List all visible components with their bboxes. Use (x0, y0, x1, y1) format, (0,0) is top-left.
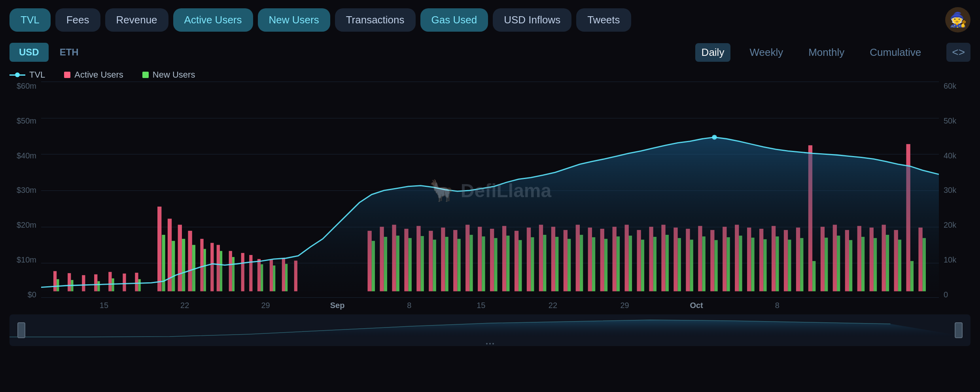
legend-tvl: TVL (9, 70, 45, 80)
legend-new-users-label: New Users (153, 70, 195, 80)
x-label-15b: 15 (477, 301, 485, 310)
nav-btn-tvl[interactable]: TVL (9, 8, 51, 32)
scroll-handle-left[interactable] (17, 322, 25, 338)
y-left-20m: $20m (17, 221, 36, 230)
top-nav: TVL Fees Revenue Active Users New Users … (0, 0, 980, 40)
y-right-20k: 20k (944, 221, 956, 230)
y-right-40k: 40k (944, 151, 956, 160)
code-button[interactable]: <> (946, 43, 971, 62)
y-right-0: 0 (944, 290, 948, 299)
x-label-29: 29 (261, 301, 270, 310)
legend-active-users-label: Active Users (74, 70, 123, 80)
x-label-oct: Oct (690, 301, 703, 310)
chart-inner: 🦙 DefiLlama (41, 82, 939, 299)
y-left-60m: $60m (17, 82, 36, 91)
legend-new-users: New Users (142, 70, 195, 80)
nav-btn-active-users[interactable]: Active Users (173, 8, 253, 32)
y-right-50k: 50k (944, 116, 956, 126)
y-right-10k: 10k (944, 255, 956, 265)
nav-btn-revenue[interactable]: Revenue (105, 8, 168, 32)
x-label-22b: 22 (549, 301, 557, 310)
x-label-sep: Sep (330, 301, 345, 310)
y-right-30k: 30k (944, 186, 956, 195)
x-label-22: 22 (180, 301, 189, 310)
timeframe-weekly[interactable]: Weekly (743, 43, 789, 62)
scrollbar-area[interactable] (9, 314, 971, 346)
timeframe-monthly[interactable]: Monthly (802, 43, 851, 62)
y-left-0: $0 (28, 290, 36, 299)
y-left-50m: $50m (17, 116, 36, 126)
nav-btn-tweets[interactable]: Tweets (576, 8, 631, 32)
avatar[interactable]: 🧙 (945, 7, 971, 32)
timeframe-cumulative[interactable]: Cumulative (863, 43, 927, 62)
y-axis-left: $60m $50m $40m $30m $20m $10m $0 (9, 82, 41, 299)
scroll-handle-right[interactable] (955, 322, 963, 338)
legend-tvl-label: TVL (29, 70, 45, 80)
x-label-8b: 8 (775, 301, 779, 310)
chart-area: $60m $50m $40m $30m $20m $10m $0 60k 50k… (9, 82, 971, 311)
x-label-8: 8 (407, 301, 411, 310)
watermark-text: DefiLlama (461, 180, 551, 202)
x-label-29b: 29 (620, 301, 629, 310)
nav-btn-new-users[interactable]: New Users (258, 8, 330, 32)
y-left-30m: $30m (17, 186, 36, 195)
y-right-60k: 60k (944, 82, 956, 91)
y-left-40m: $40m (17, 151, 36, 160)
nav-btn-transactions[interactable]: Transactions (335, 8, 416, 32)
nav-btn-fees[interactable]: Fees (55, 8, 100, 32)
svg-point-128 (712, 135, 717, 139)
legend-active-users: Active Users (64, 70, 123, 80)
y-axis-right: 60k 50k 40k 30k 20k 10k 0 (939, 82, 971, 299)
x-label-15: 15 (100, 301, 108, 310)
timeframe-daily[interactable]: Daily (695, 43, 731, 62)
watermark: 🦙 DefiLlama (429, 179, 551, 203)
x-axis: 15 22 29 Sep 8 15 22 29 Oct 8 (41, 299, 939, 311)
svg-rect-12 (157, 207, 161, 291)
legend: TVL Active Users New Users (0, 67, 980, 82)
currency-buttons: USD ETH (9, 43, 88, 62)
y-left-10m: $10m (17, 255, 36, 265)
nav-btn-gas-used[interactable]: Gas Used (420, 8, 488, 32)
currency-eth[interactable]: ETH (50, 43, 88, 62)
nav-btn-usd-inflows[interactable]: USD Inflows (493, 8, 571, 32)
mini-chart-svg (9, 314, 971, 338)
time-controls: Daily Weekly Monthly Cumulative <> (695, 43, 971, 62)
controls-row: USD ETH Daily Weekly Monthly Cumulative … (0, 40, 980, 67)
currency-usd[interactable]: USD (9, 43, 49, 62)
nav-buttons: TVL Fees Revenue Active Users New Users … (9, 8, 631, 32)
